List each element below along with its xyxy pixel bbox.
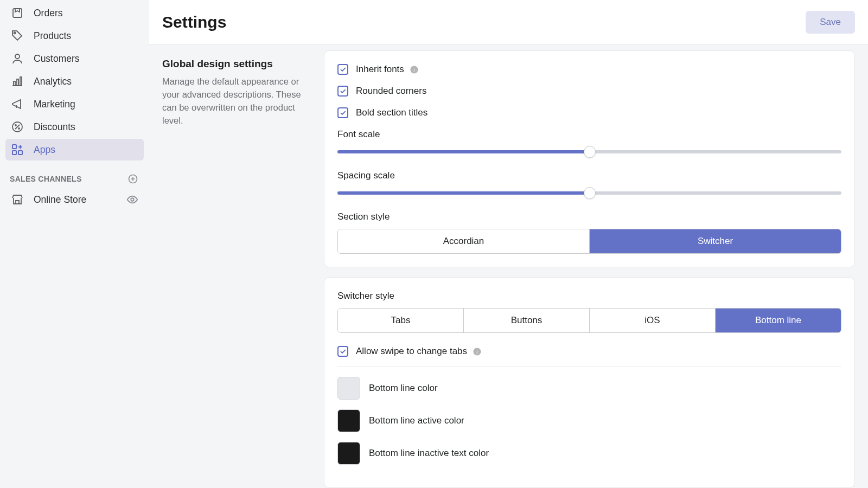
orders-icon: [11, 7, 24, 20]
svg-rect-5: [20, 77, 22, 86]
svg-point-7: [15, 125, 16, 126]
swipe-label: Allow swipe to change tabs: [356, 346, 467, 357]
switcher-style-group: Tabs Buttons iOS Bottom line: [337, 308, 841, 333]
main: Settings Save Global design settings Man…: [149, 0, 868, 488]
svg-text:i: i: [476, 349, 478, 355]
bottom-line-inactive-text-label: Bottom line inactive text color: [369, 448, 489, 459]
svg-rect-0: [13, 9, 22, 17]
sidebar-item-online-store[interactable]: Online Store: [5, 189, 144, 210]
info-icon[interactable]: i: [473, 347, 482, 356]
sidebar-item-orders[interactable]: Orders: [5, 2, 144, 24]
info-icon[interactable]: i: [410, 65, 419, 74]
font-scale-slider[interactable]: [337, 146, 841, 157]
sidebar-item-products[interactable]: Products: [5, 25, 144, 47]
nav-label: Discounts: [34, 121, 75, 133]
page-title: Settings: [162, 13, 226, 31]
sidebar: Orders Products Customers Analytics Mark…: [0, 0, 149, 488]
add-channel-icon[interactable]: [127, 174, 138, 184]
svg-rect-3: [14, 81, 15, 86]
svg-text:i: i: [413, 67, 415, 73]
divider: [337, 367, 841, 367]
spacing-scale-slider[interactable]: [337, 188, 841, 198]
bottom-line-color-swatch[interactable]: [337, 377, 360, 400]
svg-point-1: [14, 33, 16, 34]
section-style-group: Accordian Switcher: [337, 229, 841, 254]
bottom-line-inactive-text-swatch[interactable]: [337, 442, 360, 465]
seg-tabs[interactable]: Tabs: [338, 309, 463, 332]
seg-ios[interactable]: iOS: [589, 309, 715, 332]
marketing-icon: [11, 98, 24, 111]
nav-label: Marketing: [34, 99, 75, 110]
svg-point-13: [131, 198, 134, 201]
sidebar-item-analytics[interactable]: Analytics: [5, 70, 144, 92]
svg-point-2: [15, 54, 20, 59]
rounded-corners-label: Rounded corners: [356, 86, 426, 97]
sidebar-item-marketing[interactable]: Marketing: [5, 93, 144, 115]
section-title: Global design settings: [162, 58, 312, 70]
apps-icon: [11, 143, 24, 156]
discounts-icon: [11, 120, 24, 133]
analytics-icon: [11, 75, 24, 88]
seg-buttons[interactable]: Buttons: [463, 309, 589, 332]
svg-rect-10: [12, 151, 16, 155]
section-description: Manage the default appearance or your ad…: [162, 75, 312, 127]
sidebar-item-customers[interactable]: Customers: [5, 48, 144, 69]
rounded-corners-checkbox[interactable]: [337, 86, 348, 97]
topbar: Settings Save: [149, 0, 868, 45]
svg-point-8: [18, 128, 20, 129]
seg-accordian[interactable]: Accordian: [338, 229, 589, 253]
section-info: Global design settings Manage the defaul…: [149, 45, 324, 488]
svg-rect-9: [12, 145, 16, 149]
online-store-icon: [11, 193, 24, 206]
products-icon: [11, 29, 24, 42]
bottom-line-active-color-label: Bottom line active color: [369, 415, 464, 426]
customers-icon: [11, 52, 24, 65]
nav-label: Analytics: [34, 76, 72, 87]
save-button[interactable]: Save: [806, 11, 855, 34]
nav-label: Customers: [34, 53, 80, 65]
bold-titles-label: Bold section titles: [356, 107, 427, 118]
view-store-icon[interactable]: [126, 194, 138, 206]
font-scale-label: Font scale: [337, 129, 841, 140]
switcher-card: Switcher style Tabs Buttons iOS Bottom l…: [324, 277, 855, 488]
seg-bottom-line[interactable]: Bottom line: [715, 309, 841, 332]
svg-rect-11: [18, 151, 22, 155]
seg-switcher[interactable]: Switcher: [589, 229, 841, 253]
spacing-scale-label: Spacing scale: [337, 170, 841, 181]
switcher-style-label: Switcher style: [337, 291, 841, 301]
design-card: Inherit fonts i Rounded corners: [324, 50, 855, 267]
swipe-checkbox[interactable]: [337, 346, 348, 357]
inherit-fonts-checkbox[interactable]: [337, 64, 348, 75]
nav-label: Orders: [34, 8, 62, 19]
inherit-fonts-label: Inherit fonts: [356, 64, 404, 75]
bold-titles-checkbox[interactable]: [337, 107, 348, 118]
section-style-label: Section style: [337, 211, 841, 222]
sales-channels-label: SALES CHANNELS: [10, 175, 82, 183]
nav-label: Products: [34, 30, 71, 42]
nav-label: Apps: [34, 144, 55, 156]
bottom-line-color-label: Bottom line color: [369, 383, 438, 394]
bottom-line-active-color-swatch[interactable]: [337, 409, 360, 432]
nav-label: Online Store: [34, 194, 86, 206]
sidebar-item-discounts[interactable]: Discounts: [5, 116, 144, 138]
sidebar-item-apps[interactable]: Apps: [5, 139, 144, 160]
svg-rect-4: [17, 79, 18, 86]
sales-channels-heading: SALES CHANNELS: [5, 162, 144, 189]
